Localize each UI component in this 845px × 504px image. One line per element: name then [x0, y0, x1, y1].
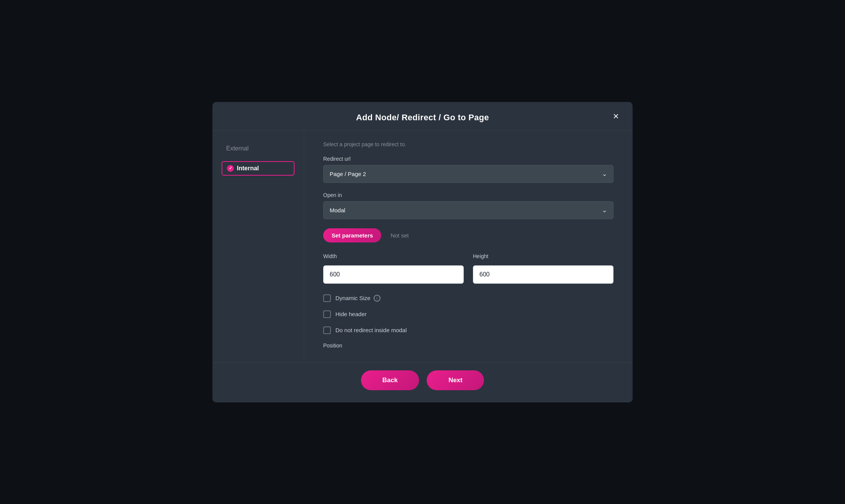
width-label: Width — [323, 253, 464, 259]
sidebar-item-external[interactable]: External — [222, 142, 295, 155]
width-input[interactable] — [323, 265, 464, 284]
redirect-url-label: Redirect url — [323, 156, 614, 162]
modal-overlay: Add Node/ Redirect / Go to Page × Extern… — [0, 0, 845, 504]
modal-title: Add Node/ Redirect / Go to Page — [356, 113, 489, 123]
sidebar: External Internal — [212, 131, 304, 362]
hide-header-checkbox[interactable] — [323, 310, 331, 318]
parameters-tab-row: Set parameters Not set — [323, 228, 614, 242]
close-button[interactable]: × — [610, 110, 622, 123]
modal-footer: Back Next — [212, 362, 633, 402]
dimensions-row: Width Height — [323, 253, 614, 284]
not-set-tab[interactable]: Not set — [387, 228, 412, 242]
dynamic-size-info-icon[interactable]: i — [374, 295, 380, 302]
modal-container: Add Node/ Redirect / Go to Page × Extern… — [212, 102, 633, 402]
height-input[interactable] — [473, 265, 614, 284]
back-button[interactable]: Back — [361, 370, 419, 390]
redirect-url-select[interactable]: Page / Page 2 Page / Page 1 Page / Page … — [323, 165, 614, 183]
width-group: Width — [323, 253, 464, 284]
check-icon — [227, 165, 234, 172]
open-in-label: Open in — [323, 192, 614, 198]
no-redirect-row: Do not redirect inside modal — [323, 326, 614, 334]
hide-header-label: Hide header — [335, 311, 367, 317]
sidebar-item-internal[interactable]: Internal — [222, 161, 295, 176]
open-in-select[interactable]: Modal New Tab Same Tab — [323, 201, 614, 219]
position-label: Position — [323, 342, 614, 349]
dynamic-size-row: Dynamic Size i — [323, 294, 614, 302]
redirect-url-wrapper: Page / Page 2 Page / Page 1 Page / Page … — [323, 165, 614, 183]
content-area: Select a project page to redirect to. Re… — [304, 131, 633, 362]
dynamic-size-checkbox[interactable] — [323, 294, 331, 302]
height-label: Height — [473, 253, 614, 259]
subtitle-text: Select a project page to redirect to. — [323, 141, 614, 147]
no-redirect-checkbox[interactable] — [323, 326, 331, 334]
modal-header: Add Node/ Redirect / Go to Page × — [212, 102, 633, 131]
height-group: Height — [473, 253, 614, 284]
hide-header-row: Hide header — [323, 310, 614, 318]
no-redirect-label: Do not redirect inside modal — [335, 327, 407, 333]
dynamic-size-label: Dynamic Size i — [335, 295, 380, 302]
set-parameters-tab[interactable]: Set parameters — [323, 228, 381, 242]
modal-body: External Internal Select a project page … — [212, 131, 633, 362]
open-in-wrapper: Modal New Tab Same Tab ⌄ — [323, 201, 614, 219]
next-button[interactable]: Next — [427, 370, 484, 390]
